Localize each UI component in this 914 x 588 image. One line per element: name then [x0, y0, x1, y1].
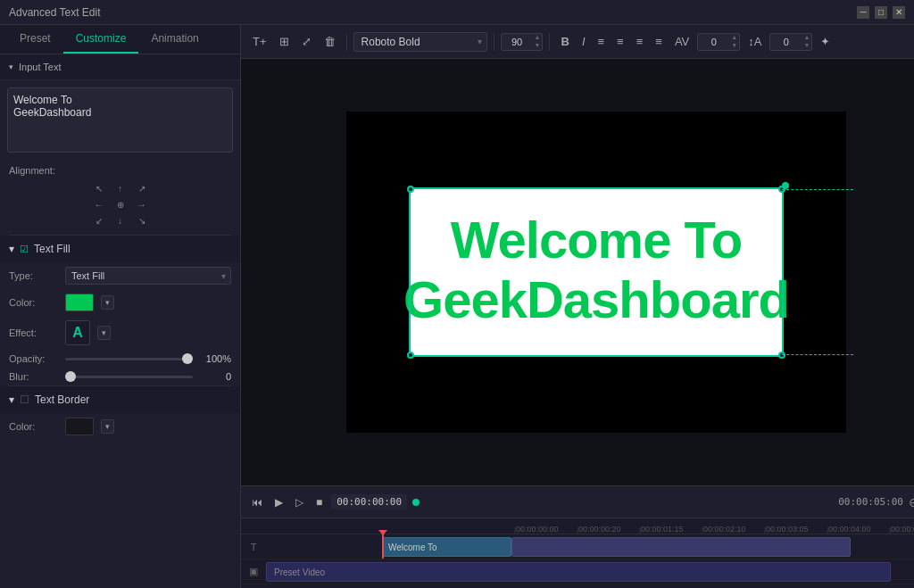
transform-button[interactable]: ⊞ [275, 32, 294, 51]
font-size-group: ▲ ▼ [501, 33, 544, 51]
font-size-up[interactable]: ▲ [533, 34, 543, 41]
align-bot-right[interactable]: ↘ [135, 213, 149, 228]
blur-value: 0 [200, 371, 231, 382]
align-row-bottom: ↙ ↓ ↘ [92, 213, 149, 228]
align-row-middle: ← ⊕ → [92, 197, 149, 211]
input-text-header[interactable]: ▾ Input Text [0, 54, 240, 80]
blur-label: Blur: [9, 371, 58, 382]
spacing1-down[interactable]: ▼ [729, 42, 739, 49]
text-border-label: Text Border [35, 393, 89, 406]
text-border-checkbox[interactable]: ☐ [20, 393, 29, 406]
type-select-wrapper: Text Fill [65, 267, 231, 285]
font-size-input[interactable] [502, 34, 533, 50]
window-controls: ─ □ ✕ [857, 6, 905, 19]
spacing-button[interactable]: AV [670, 32, 694, 51]
align-justify-button[interactable]: ≡ [651, 32, 667, 51]
app-title: Advanced Text Edit [9, 6, 101, 19]
handle-bottom-left[interactable] [407, 352, 414, 359]
sep-3 [549, 33, 550, 51]
handle-bottom-right[interactable] [778, 352, 785, 359]
video-clip-label: Preset Video [274, 567, 325, 577]
delete-button[interactable]: 🗑 [320, 32, 340, 51]
color-swatch[interactable] [65, 294, 94, 311]
playhead[interactable] [382, 534, 384, 559]
spacing1-up[interactable]: ▲ [729, 34, 739, 41]
color-row: Color: ▾ [0, 289, 240, 316]
ruler-mark-4: 00:00:03:05 [764, 525, 827, 534]
ruler-marks: 00:00:00:00 00:00:00:20 00:00:01:15 00:0… [514, 525, 914, 534]
input-text-area[interactable]: Welcome To GeekDashboard [7, 87, 233, 153]
play-button[interactable]: ▶ [271, 494, 287, 510]
video-track-lane: Preset Video [266, 559, 914, 584]
canvas-area: Welcome To GeekDashboard [241, 59, 914, 485]
align-top-center[interactable]: ↑ [113, 181, 128, 195]
align-mid-left[interactable]: ← [92, 197, 106, 211]
align-top-left[interactable]: ↖ [92, 181, 106, 195]
bold-button[interactable]: B [556, 32, 573, 51]
text-clip-extend[interactable] [511, 537, 851, 557]
font-select[interactable]: Roboto Bold [353, 32, 487, 52]
line-spacing-button[interactable]: ↕A [744, 32, 766, 51]
text-border-header[interactable]: ▾ ☐ Text Border [0, 386, 240, 413]
play-alt-button[interactable]: ▷ [292, 494, 307, 510]
italic-button[interactable]: I [577, 32, 590, 51]
align-right-button[interactable]: ≡ [632, 32, 648, 51]
text-box-container[interactable]: Welcome To GeekDashboard [409, 187, 784, 357]
align-center[interactable]: ⊕ [113, 197, 128, 211]
handle-top-right[interactable] [778, 186, 785, 193]
border-color-swatch[interactable] [65, 418, 94, 435]
scale-button[interactable]: ⤢ [297, 32, 316, 51]
effect-preview[interactable]: A [65, 320, 90, 345]
spacing2-arrows: ▲ ▼ [802, 34, 811, 49]
text-clip-label: Welcome To [388, 542, 437, 552]
align-top-right[interactable]: ↗ [135, 181, 149, 195]
main-layout: Preset Customize Animation ▾ Input Text … [0, 25, 914, 588]
title-bar: Advanced Text Edit ─ □ ✕ [0, 0, 914, 25]
video-clip[interactable]: Preset Video [266, 562, 891, 582]
align-bot-center[interactable]: ↓ [113, 213, 128, 228]
timeline-dot [412, 499, 420, 506]
spacing1-input[interactable] [698, 34, 729, 50]
text-fill-label: Text Fill [34, 243, 71, 255]
stop-button[interactable]: ■ [312, 494, 326, 510]
text-track-icon[interactable]: T [241, 542, 266, 552]
effect-dropdown-button[interactable]: ▾ [97, 326, 111, 340]
spacing2-up[interactable]: ▲ [802, 34, 811, 41]
border-color-dropdown-button[interactable]: ▾ [101, 419, 114, 434]
handle-top-left[interactable] [407, 186, 414, 193]
opacity-slider[interactable] [65, 358, 193, 360]
text-fill-header[interactable]: ▾ ☑ Text Fill [0, 236, 240, 262]
spacing2-down[interactable]: ▼ [802, 42, 811, 49]
type-select[interactable]: Text Fill [65, 267, 231, 285]
text-fill-checkbox[interactable]: ☑ [20, 244, 29, 255]
fx-button[interactable]: ✦ [816, 32, 835, 51]
align-left-button[interactable]: ≡ [594, 32, 610, 51]
input-text-field[interactable]: Welcome To GeekDashboard [13, 94, 227, 144]
type-label: Type: [9, 270, 58, 281]
color-dropdown-button[interactable]: ▾ [101, 295, 114, 310]
align-mid-right[interactable]: → [135, 197, 149, 211]
tab-preset[interactable]: Preset [7, 25, 63, 54]
dashed-line-bottom [782, 354, 853, 355]
handle-top-circle[interactable] [782, 182, 789, 189]
opacity-thumb[interactable] [182, 353, 193, 364]
font-size-down[interactable]: ▼ [533, 42, 543, 49]
maximize-button[interactable]: □ [875, 6, 887, 19]
close-button[interactable]: ✕ [893, 6, 905, 19]
blur-slider[interactable] [65, 376, 193, 378]
align-bot-left[interactable]: ↙ [92, 213, 106, 228]
timeline: ⏮ ▶ ▷ ■ 00:00:00:00 00:00:05:00 ⊖ ⊕ 00:0… [241, 485, 914, 588]
tab-animation[interactable]: Animation [138, 25, 211, 54]
blur-thumb[interactable] [65, 371, 76, 382]
zoom-out-button[interactable]: ⊖ [909, 495, 914, 509]
opacity-label: Opacity: [9, 353, 58, 364]
text-clip[interactable]: Welcome To [382, 537, 511, 557]
align-center-button[interactable]: ≡ [612, 32, 628, 51]
video-track-icon[interactable]: ▣ [241, 566, 266, 577]
spacing2-input[interactable] [770, 34, 802, 50]
skip-back-button[interactable]: ⏮ [248, 494, 266, 510]
minimize-button[interactable]: ─ [857, 6, 869, 19]
add-text-button[interactable]: T+ [248, 32, 271, 51]
tab-customize[interactable]: Customize [63, 25, 139, 54]
sep-2 [494, 33, 494, 51]
